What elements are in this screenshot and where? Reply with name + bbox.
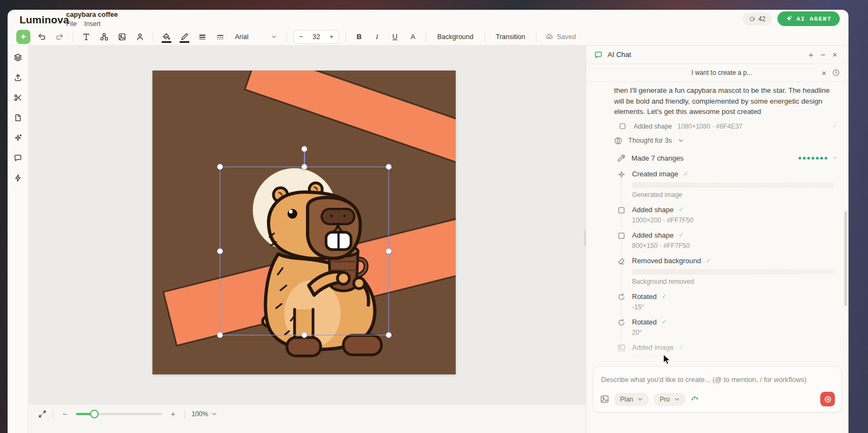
comments-icon[interactable] bbox=[14, 154, 22, 162]
menu-insert[interactable]: Insert bbox=[84, 20, 100, 28]
menu-file[interactable]: File bbox=[66, 20, 76, 28]
divider bbox=[536, 32, 537, 42]
selection-box[interactable] bbox=[220, 167, 389, 335]
plan-dropdown[interactable]: Plan bbox=[614, 393, 649, 406]
selection-handle-sw[interactable] bbox=[217, 332, 223, 338]
pro-dropdown[interactable]: Pro bbox=[654, 393, 686, 406]
zoom-in-button[interactable]: + bbox=[168, 410, 178, 418]
background-removed-placeholder[interactable] bbox=[632, 269, 834, 275]
underline-button[interactable]: U bbox=[388, 30, 401, 43]
shapes-tool-button[interactable] bbox=[98, 30, 111, 43]
stroke-color-button[interactable] bbox=[178, 30, 191, 43]
effects-icon[interactable] bbox=[14, 133, 22, 142]
background-button[interactable]: Background bbox=[433, 33, 478, 41]
upload-icon[interactable] bbox=[14, 73, 22, 82]
chat-step-added-shape-canvas[interactable]: Added shape 1080×1080 · #6F4E37 ✓ bbox=[619, 123, 838, 130]
selection-handle-e[interactable] bbox=[386, 248, 392, 254]
made-changes-toggle[interactable]: Made 7 changes bbox=[617, 154, 838, 162]
canvas-area[interactable]: − + 100% bbox=[29, 46, 586, 433]
ai-agent-button[interactable]: AI AGENT bbox=[777, 11, 840, 26]
app-logo: Luminova bbox=[20, 14, 69, 26]
redo-button[interactable] bbox=[53, 30, 66, 43]
close-chat-button[interactable]: × bbox=[829, 49, 841, 61]
zoom-level-select[interactable]: 100% bbox=[192, 410, 217, 418]
wrench-icon bbox=[617, 154, 625, 162]
step-detail: 1080×1080 · #6F4E37 bbox=[678, 123, 743, 130]
selection-handle-se[interactable] bbox=[386, 332, 392, 338]
step-added-shape-2[interactable]: Added shape✓ 800×150 · #FF7F50 bbox=[617, 231, 838, 250]
automation-icon[interactable] bbox=[14, 174, 22, 182]
save-status: Saved bbox=[543, 33, 576, 41]
undo-button[interactable] bbox=[35, 30, 48, 43]
text-tool-button[interactable] bbox=[80, 30, 93, 43]
stroke-width-button[interactable] bbox=[196, 30, 209, 43]
generated-image-placeholder[interactable] bbox=[632, 182, 834, 188]
zoom-out-button[interactable]: − bbox=[60, 410, 69, 418]
border-style-button[interactable] bbox=[214, 30, 227, 43]
step-added-shape-1[interactable]: Added shape✓ 1000×200 · #FF7F50 bbox=[617, 206, 838, 224]
divider bbox=[286, 32, 287, 42]
image-tool-button[interactable] bbox=[116, 30, 129, 43]
chevron-down-icon bbox=[637, 397, 643, 402]
history-icon[interactable] bbox=[830, 67, 842, 79]
toolbar: Arial − 32 + B I U A Background Transiti… bbox=[8, 28, 848, 46]
attach-image-icon[interactable] bbox=[600, 394, 609, 404]
ai-tools-button[interactable] bbox=[16, 30, 30, 44]
rotate-handle[interactable] bbox=[302, 146, 308, 152]
stop-generation-button[interactable] bbox=[820, 392, 835, 406]
transition-button[interactable]: Transition bbox=[492, 33, 529, 41]
fullscreen-icon[interactable] bbox=[39, 410, 46, 418]
sparkle-icon bbox=[617, 170, 626, 179]
assistant-message: then I'll generate a fun capybara mascot… bbox=[586, 82, 848, 117]
check-icon: ✓ bbox=[662, 318, 667, 326]
chat-tab-title[interactable]: I want to create a p... bbox=[593, 69, 818, 77]
close-tab-button[interactable]: × bbox=[818, 67, 830, 79]
check-icon: ✓ bbox=[662, 292, 667, 300]
step-removed-background[interactable]: Removed background✓ Background removed bbox=[617, 257, 838, 285]
chat-scrollbar[interactable] bbox=[844, 211, 847, 306]
artboard[interactable] bbox=[152, 71, 456, 374]
sparkle-icon bbox=[786, 15, 793, 22]
cut-icon[interactable] bbox=[14, 93, 22, 102]
font-size-decrease-button[interactable]: − bbox=[294, 30, 308, 43]
step-added-image[interactable]: Added image✓ 600×600 bbox=[617, 343, 838, 362]
selection-handle-n[interactable] bbox=[302, 164, 308, 170]
chevron-down-icon bbox=[271, 34, 277, 40]
chevron-down-icon bbox=[678, 138, 684, 143]
selection-handle-s[interactable] bbox=[302, 332, 308, 338]
step-rotated-2[interactable]: Rotated✓ 20° bbox=[617, 318, 838, 336]
menubar: File Insert bbox=[66, 20, 118, 28]
minimize-chat-button[interactable]: − bbox=[817, 49, 829, 61]
thought-toggle[interactable]: Thought for 3s bbox=[614, 137, 838, 145]
avatar-tool-button[interactable] bbox=[133, 30, 146, 43]
selection-handle-nw[interactable] bbox=[217, 164, 223, 170]
chat-input-card: Plan Pro bbox=[593, 366, 842, 412]
selection-handle-ne[interactable] bbox=[386, 164, 392, 170]
page-icon[interactable] bbox=[14, 113, 22, 122]
step-title: Added shape bbox=[634, 123, 672, 130]
text-icon bbox=[82, 33, 91, 41]
zoom-level-value: 100% bbox=[192, 410, 208, 418]
bold-button[interactable]: B bbox=[353, 30, 366, 43]
new-chat-button[interactable]: + bbox=[805, 49, 817, 61]
italic-button[interactable]: I bbox=[371, 30, 384, 43]
font-size-value[interactable]: 32 bbox=[308, 33, 324, 41]
zoom-slider-knob[interactable] bbox=[90, 410, 99, 418]
document-title[interactable]: capybara coffee bbox=[66, 10, 118, 18]
chevron-down-icon bbox=[832, 155, 838, 161]
credits-pill[interactable]: 42 bbox=[743, 12, 772, 26]
zoom-slider[interactable] bbox=[76, 413, 162, 415]
layers-icon[interactable] bbox=[14, 53, 22, 62]
chat-header: AI Chat + − × bbox=[586, 46, 848, 64]
fill-color-button[interactable] bbox=[160, 30, 173, 43]
pencil-icon bbox=[180, 33, 189, 41]
text-color-button[interactable]: A bbox=[406, 30, 419, 43]
shapes-icon bbox=[100, 33, 108, 41]
selection-handle-w[interactable] bbox=[217, 248, 223, 254]
step-rotated-1[interactable]: Rotated✓ -15° bbox=[617, 292, 838, 311]
sparkle-icon bbox=[20, 33, 27, 41]
chat-input[interactable] bbox=[601, 375, 834, 384]
font-size-increase-button[interactable]: + bbox=[324, 30, 339, 43]
font-family-select[interactable]: Arial bbox=[232, 33, 280, 41]
step-created-image[interactable]: Created image✓ Generated image bbox=[617, 170, 838, 199]
